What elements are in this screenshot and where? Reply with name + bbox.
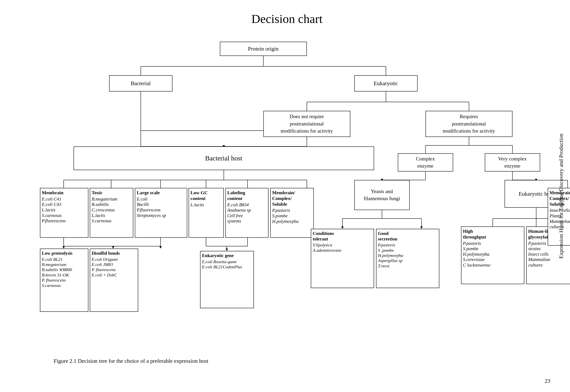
page-number: 23	[545, 378, 550, 384]
protein-origin-box: Protein origin	[220, 42, 307, 56]
conditions-tolerant-items: Y.lipolytica A.adeninivorans	[313, 242, 341, 253]
low-proteolysis-title: Low proteolysis	[42, 251, 73, 256]
eukaryotic-gene-items: E.coli Rosetta-gami E.coli BL21CodonPlus	[202, 259, 242, 270]
membrain-complex-box: Membrain/ Complex/ Soluble P.pastoris S.…	[270, 188, 314, 238]
disulfid-box: Disulfid bonds E.coli Origami E.coli JM8…	[90, 249, 138, 312]
membrain-complex-items: P.pastoris S.pombe H.polymorpha	[272, 208, 299, 224]
toxic-box: Toxic B.megaterium B.subtilis C.crescent…	[90, 188, 133, 238]
membrain-title: Membrain	[42, 190, 63, 196]
low-proteolysis-box: Low proteolysis E.coli BL21 B.megaterium…	[40, 249, 88, 312]
side-text-label: Expression Hosts for Enzyme Discovery an…	[558, 134, 564, 259]
low-proteolysis-items: E.coli BL21 B.megaterium B.subtilis WB80…	[42, 257, 72, 288]
disulfid-title: Disulfid bonds	[92, 251, 120, 256]
labeling-items: E.coli B834 Anabaena sp Cell free system…	[227, 202, 251, 224]
toxic-title: Toxic	[92, 190, 102, 196]
svg-marker-49	[341, 226, 344, 229]
low-gc-title: Low GC content	[190, 190, 208, 201]
complex-enzyme-box: Complex enzyme	[398, 153, 453, 171]
low-gc-box: Low GC content L.lactis	[189, 188, 224, 238]
membrain-complex-title: Membrain/ Complex/ Soluble	[272, 190, 295, 207]
eukaryotic-gene-title: Eukaryotic gene	[202, 253, 234, 258]
svg-marker-63	[159, 246, 162, 249]
conditions-tolerant-box: Conditions tolerant Y.lipolytica A.adeni…	[311, 229, 374, 288]
large-scale-title: Large scale	[137, 190, 160, 196]
membrain-items: E.coli C41 E.coli C43 L.lactis S.carnosu…	[42, 196, 66, 224]
requires-box: Requires posttranslational modifications…	[425, 111, 512, 137]
eukaryotic-gene-box: Eukaryotic gene E.coli Rosetta-gami E.co…	[200, 251, 254, 308]
bacterial-box: Bacterial	[109, 75, 172, 91]
membrain-box: Membrain E.coli C41 E.coli C43 L.lactis …	[40, 188, 88, 238]
conditions-tolerant-title: Conditions tolerant	[313, 231, 334, 242]
good-secretion-items: P.pastoris S .pombe H.polymorpha Aspergi…	[378, 242, 403, 268]
labeling-box: Labeling content E.coli B834 Anabaena sp…	[225, 188, 268, 238]
svg-marker-71	[226, 249, 228, 251]
high-throughput-items: P.pastoris S.pombe H.polymorpha S.cerevi…	[463, 241, 491, 268]
bacterial-host-box: Bacterial host	[73, 146, 374, 170]
flowchart: Protein origin Bacterial Eukaryotic Does…	[34, 36, 540, 352]
svg-marker-61	[62, 246, 65, 249]
does-not-require-box: Does not require posttranslational modif…	[263, 111, 350, 137]
side-text-container: Expression Hosts for Enzyme Discovery an…	[552, 0, 570, 392]
page-title: Decision chart	[30, 12, 544, 26]
high-throughput-title: High throughput	[463, 228, 486, 240]
yeasts-fungi-box: Yeasts and filamentous fungi	[354, 180, 410, 210]
good-secretion-title: Good secreetion	[378, 231, 397, 242]
figure-caption: Figure 2.1 Decision tree for the choice …	[30, 358, 544, 364]
disulfid-items: E.coli Origami E.coli JM83 P. fluorescen…	[92, 257, 118, 278]
high-throughput-box: High throughput P.pastoris S.pombe H.pol…	[461, 226, 524, 284]
very-complex-box: Very complex enzyme	[485, 153, 540, 171]
low-gc-items: L.lactis	[190, 202, 204, 208]
svg-marker-51	[420, 226, 423, 229]
large-scale-items: E.coli Bacilli P.fluorescens Streptomyce…	[137, 196, 166, 218]
eukaryotic-box: Eukaryotic	[354, 75, 418, 91]
svg-marker-66	[112, 246, 114, 249]
good-secretion-box: Good secreetion P.pastoris S .pombe H.po…	[376, 229, 439, 288]
large-scale-box: Large scale E.coli Bacilli P.fluorescens…	[135, 188, 187, 238]
labeling-title: Labeling content	[227, 190, 245, 201]
toxic-items: B.megaterium B.subtilis C.crescentus L.l…	[92, 196, 117, 224]
